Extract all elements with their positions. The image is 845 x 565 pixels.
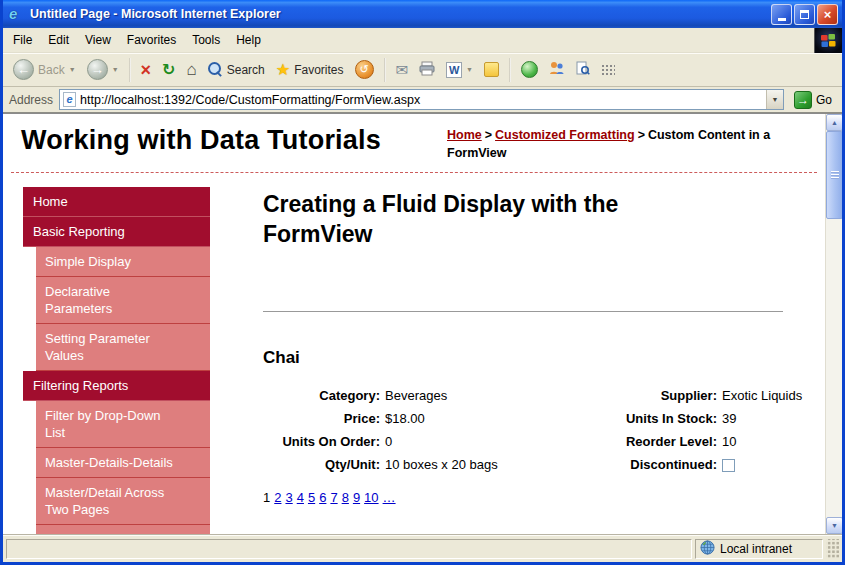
detail-label: Units On Order: <box>263 434 385 449</box>
media-button[interactable]: ↺ <box>351 58 378 81</box>
menu-tools[interactable]: Tools <box>184 29 228 51</box>
pager-link-8[interactable]: 8 <box>342 490 349 505</box>
refresh-icon: ↻ <box>162 62 175 78</box>
scroll-up-button[interactable]: ▲ <box>826 114 843 131</box>
vertical-scrollbar[interactable]: ▲ ▼ <box>825 114 842 534</box>
pager-link-6[interactable]: 6 <box>319 490 326 505</box>
sidebar-item-filter-by-drop-down-list[interactable]: Filter by Drop-Down List <box>36 401 210 448</box>
mail-button[interactable]: ✉ <box>392 60 413 79</box>
web-page: Working with Data Tutorials Home>Customi… <box>3 114 825 534</box>
menu-bar: File Edit View Favorites Tools Help <box>3 28 842 53</box>
detail-value: 10 <box>722 434 782 449</box>
word-icon: W <box>446 62 462 78</box>
titlebar[interactable]: e Untitled Page - Microsoft Internet Exp… <box>3 0 842 28</box>
windows-flag-icon <box>814 28 842 53</box>
home-icon: ⌂ <box>186 61 196 78</box>
pager-link-5[interactable]: 5 <box>308 490 315 505</box>
main-content: Creating a Fluid Display with the FormVi… <box>263 187 788 535</box>
browser-window: e Untitled Page - Microsoft Internet Exp… <box>0 0 845 565</box>
sidebar-item-details-of-selected[interactable]: Details of Selected <box>36 525 210 535</box>
close-button[interactable]: × <box>817 4 838 25</box>
sidebar-item-declarative-parameters[interactable]: Declarative Parameters <box>36 277 210 324</box>
pager-current-page: 1 <box>263 490 270 505</box>
discontinued-checkbox[interactable] <box>722 459 735 472</box>
address-input[interactable]: e http://localhost:1392/Code/CustomForma… <box>59 89 784 110</box>
breadcrumb-link-home[interactable]: Home <box>447 128 482 142</box>
favorites-button[interactable]: ★ Favorites <box>272 60 348 80</box>
pager-link-10[interactable]: 10 <box>364 490 378 505</box>
pager-link-3[interactable]: 3 <box>285 490 292 505</box>
sidebar-item-simple-display[interactable]: Simple Display <box>36 247 210 277</box>
scroll-down-button[interactable]: ▼ <box>826 517 843 534</box>
forward-button[interactable]: → ▼ <box>83 57 123 82</box>
page-title: Creating a Fluid Display with the FormVi… <box>263 189 708 249</box>
window-buttons: × <box>771 4 838 25</box>
scroll-thumb[interactable] <box>826 131 843 219</box>
detail-value: Beverages <box>385 388 570 403</box>
messenger-button[interactable] <box>517 59 542 80</box>
pager-link-7[interactable]: 7 <box>330 490 337 505</box>
pager-link-4[interactable]: 4 <box>297 490 304 505</box>
sidebar-item-setting-parameter-values[interactable]: Setting Parameter Values <box>36 324 210 371</box>
scroll-up-icon: ▲ <box>831 119 838 126</box>
contacts-button[interactable] <box>545 59 569 80</box>
menu-edit[interactable]: Edit <box>40 29 77 51</box>
pager-link-ellipsis[interactable]: … <box>383 490 396 505</box>
ie-logo-icon: e <box>9 6 25 22</box>
address-dropdown-button[interactable]: ▼ <box>766 90 783 109</box>
menu-view[interactable]: View <box>77 29 119 51</box>
star-icon: ★ <box>276 62 290 78</box>
detail-value: 10 boxes x 20 bags <box>385 457 570 472</box>
go-button[interactable]: → Go <box>790 90 836 110</box>
edit-button[interactable]: W ▼ <box>442 60 477 80</box>
toolbar-separator <box>129 58 131 82</box>
globe-icon <box>700 540 715 558</box>
menu-help[interactable]: Help <box>228 29 269 51</box>
resize-grip[interactable] <box>826 539 839 559</box>
detail-label: Reorder Level: <box>570 434 722 449</box>
discuss-button[interactable] <box>480 60 503 79</box>
home-button[interactable]: ⌂ <box>182 59 200 80</box>
maximize-icon <box>800 10 809 19</box>
favorites-label: Favorites <box>294 63 343 77</box>
sidebar-item-filtering-reports[interactable]: Filtering Reports <box>23 371 210 401</box>
status-bar: Local intranet <box>3 534 842 562</box>
discuss-icon <box>484 62 499 77</box>
go-label: Go <box>816 93 832 107</box>
detail-label: Category: <box>263 388 385 403</box>
status-zone-panel: Local intranet <box>695 539 823 559</box>
stop-icon: × <box>141 61 152 79</box>
toolbar: ← Back ▼ → ▼ × ↻ ⌂ Search ★ Favorites ↺ … <box>3 53 842 87</box>
browser-viewport: Working with Data Tutorials Home>Customi… <box>3 113 842 534</box>
sidebar-nav: Home Basic Reporting Simple Display Decl… <box>23 187 210 535</box>
detail-label: Units In Stock: <box>570 411 722 426</box>
pager-link-9[interactable]: 9 <box>353 490 360 505</box>
address-label: Address <box>9 93 53 107</box>
chevron-down-icon: ▼ <box>466 66 473 73</box>
sidebar-item-basic-reporting[interactable]: Basic Reporting <box>23 217 210 247</box>
search-button[interactable]: Search <box>204 60 269 79</box>
site-title: Working with Data Tutorials <box>21 124 421 163</box>
toolbar-options-button[interactable] <box>597 62 619 78</box>
stop-button[interactable]: × <box>137 59 156 81</box>
research-button[interactable] <box>572 59 594 80</box>
detail-label: Price: <box>263 411 385 426</box>
menu-file[interactable]: File <box>5 29 40 51</box>
window-title: Untitled Page - Microsoft Internet Explo… <box>30 7 766 21</box>
minimize-button[interactable] <box>771 4 792 25</box>
breadcrumb-link-customized-formatting[interactable]: Customized Formatting <box>495 128 635 142</box>
sidebar-item-home[interactable]: Home <box>23 187 210 217</box>
menu-favorites[interactable]: Favorites <box>119 29 184 51</box>
back-button[interactable]: ← Back ▼ <box>9 57 80 82</box>
refresh-button[interactable]: ↻ <box>158 60 179 80</box>
print-button[interactable] <box>415 59 439 81</box>
sidebar-item-master-detail-across-two-pages[interactable]: Master/Detail Across Two Pages <box>36 478 210 525</box>
pager-link-2[interactable]: 2 <box>274 490 281 505</box>
mail-icon: ✉ <box>396 62 409 77</box>
breadcrumb: Home>Customized Formatting>Custom Conten… <box>447 124 819 163</box>
minimize-icon <box>778 18 786 21</box>
back-label: Back <box>38 63 65 77</box>
sidebar-item-master-details-details[interactable]: Master-Details-Details <box>36 448 210 478</box>
breadcrumb-separator: > <box>482 128 495 142</box>
maximize-button[interactable] <box>794 4 815 25</box>
